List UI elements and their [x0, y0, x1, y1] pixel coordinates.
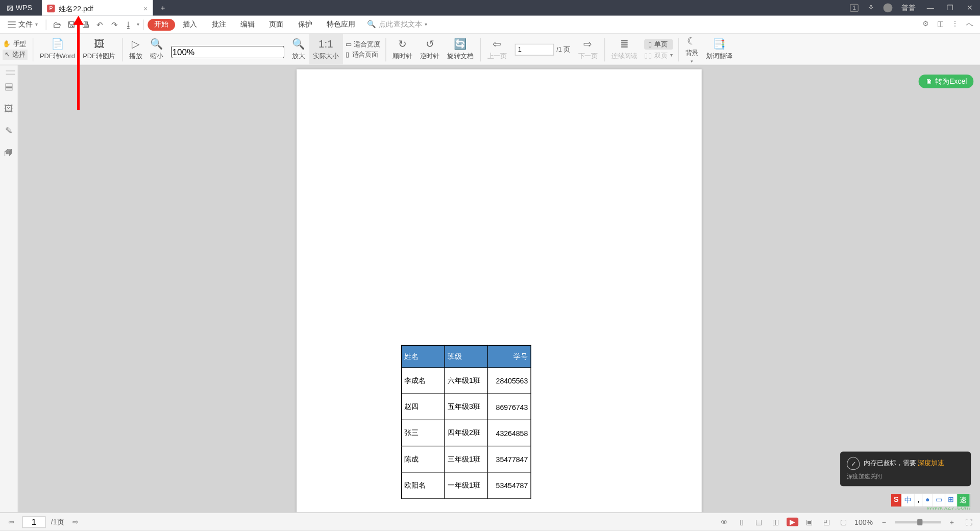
page-indicator: /1 页	[511, 34, 574, 65]
close-window-icon[interactable]: ✕	[964, 4, 974, 12]
rotate-cw[interactable]: ↻顺时针	[388, 34, 416, 65]
file-tab[interactable]: P 姓名22.pdf ×	[42, 0, 153, 16]
zoom-in-button[interactable]: 🔍放大	[288, 34, 309, 65]
shield-icon: ✓	[847, 457, 860, 470]
memory-notification[interactable]: ✓ 内存已超标，需要 深度加速 深度加速关闭	[840, 451, 971, 486]
ime-grid-icon[interactable]: ⊞	[945, 494, 957, 506]
sb-zoom-in-icon[interactable]: +	[946, 518, 958, 525]
ime-speed[interactable]: 速	[957, 494, 970, 506]
zoom-select[interactable]	[167, 34, 288, 65]
sb-fit3-icon[interactable]: ▢	[838, 518, 849, 526]
zoom-out-button[interactable]: 🔍缩小	[146, 34, 167, 65]
sb-next-icon[interactable]: ⇨	[69, 518, 81, 526]
sb-prev-icon[interactable]: ⇦	[5, 518, 17, 526]
app-tab[interactable]: ▨ WPS	[0, 0, 42, 16]
sb-zoom-out-icon[interactable]: −	[878, 518, 890, 525]
ime-keyboard-icon[interactable]: ▭	[933, 494, 945, 506]
translate-button[interactable]: 📑划词翻译	[702, 34, 737, 65]
undo-icon[interactable]: ↶	[93, 20, 107, 29]
search-box[interactable]: 🔍 点此查找文本 ▾	[367, 19, 427, 29]
qat-caret-icon[interactable]: ▾	[137, 21, 139, 28]
file-label: 文件	[18, 19, 33, 29]
file-menu[interactable]: 文件 ▾	[4, 19, 42, 29]
tab-protect[interactable]: 保护	[291, 16, 319, 34]
maximize-icon[interactable]: ❐	[945, 4, 955, 12]
rotate-doc[interactable]: 🔄旋转文档	[444, 34, 478, 65]
ribbon: ✋手型 ↖选择 📄PDF转Word 🖼PDF转图片 ▷播放 🔍缩小 🔍放大 1:…	[0, 34, 980, 65]
sb-fit2-icon[interactable]: ◰	[821, 518, 832, 526]
tab-annotate[interactable]: 批注	[205, 16, 233, 34]
excel-icon: 🗎	[925, 78, 933, 85]
bookmark-icon[interactable]: ✎	[5, 126, 13, 136]
status-bar: ⇦ /1页 ⇨ 👁 ▯ ▤ ◫ ▶ ▣ ◰ ▢ 100% − + ⛶	[0, 513, 980, 531]
gift-icon[interactable]: ⚘	[868, 4, 874, 12]
pdf-to-word[interactable]: 📄PDF转Word	[36, 34, 79, 65]
notif-highlight: 深度加速	[918, 460, 944, 467]
menu-bar: 文件 ▾ 🗁 🖫 🖶 ↶ ↷ ⭳ ▾ 开始 插入 批注 编辑 页面 保护 特色应…	[0, 16, 980, 34]
workspace: 姓名 班级 学号 李成名六年级1班28405563 赵四五年级3班8697674…	[18, 65, 980, 513]
play-button[interactable]: ▷播放	[125, 34, 146, 65]
minimize-icon[interactable]: —	[925, 4, 935, 12]
single-page[interactable]: ▯单页	[644, 39, 673, 49]
hand-tool[interactable]: ✋手型	[3, 39, 28, 48]
sb-fit1-icon[interactable]: ▣	[803, 518, 815, 526]
tab-page[interactable]: 页面	[263, 16, 290, 34]
ime-mic-icon[interactable]: ●	[923, 494, 933, 506]
convert-excel-button[interactable]: 🗎 转为Excel	[919, 75, 973, 88]
ime-toolbar[interactable]: S 中 , ● ▭ ⊞ 速	[891, 493, 971, 507]
prev-page[interactable]: ⇦上一页	[483, 34, 511, 65]
next-page[interactable]: ⇨下一页	[574, 34, 602, 65]
wps-logo-icon: ▨	[7, 4, 13, 12]
tab-start[interactable]: 开始	[148, 18, 175, 30]
sb-page-input[interactable]	[22, 516, 46, 528]
sidebar-handle-icon[interactable]	[6, 70, 15, 75]
sb-fullscreen-icon[interactable]: ⛶	[963, 518, 975, 525]
document-page: 姓名 班级 学号 李成名六年级1班28405563 赵四五年级3班8697674…	[297, 69, 702, 513]
sb-view2-icon[interactable]: ▤	[752, 518, 764, 526]
more-icon[interactable]: ⋮	[951, 19, 959, 29]
page-total: /1 页	[556, 45, 570, 54]
rotate-ccw[interactable]: ↺逆时针	[416, 34, 444, 65]
sb-view1-icon[interactable]: ▯	[736, 518, 747, 526]
table-row: 陈成三年级1班35477847	[402, 446, 531, 472]
background-button[interactable]: ☾背景▾	[681, 34, 702, 65]
page-input[interactable]	[514, 43, 554, 55]
collapse-ribbon-icon[interactable]: へ	[966, 19, 973, 29]
zoom-slider[interactable]	[895, 521, 941, 523]
tab-special[interactable]: 特色应用	[320, 16, 362, 34]
page-layout-group: ▯单页 ▯▯双页▾	[642, 34, 676, 65]
continuous-read[interactable]: ≣连续阅读	[607, 34, 642, 65]
ime-lang[interactable]: 中	[902, 494, 915, 506]
open-icon[interactable]: 🗁	[51, 20, 64, 29]
skin-icon[interactable]: ◫	[937, 19, 944, 29]
annotation-arrow	[77, 22, 80, 110]
search-placeholder: 点此查找文本	[379, 19, 422, 29]
add-tab-button[interactable]: ＋	[153, 0, 173, 16]
fit-page[interactable]: ▯适合页面	[346, 50, 380, 59]
ime-s-icon[interactable]: S	[891, 494, 902, 506]
settings-icon[interactable]: ⚙	[922, 19, 929, 29]
close-tab-icon[interactable]: ×	[143, 5, 148, 12]
sb-play-icon[interactable]: ▶	[787, 518, 798, 526]
user-name[interactable]: 普普	[901, 3, 916, 13]
fit-width[interactable]: ▭适合宽度	[346, 39, 380, 49]
avatar-icon[interactable]	[884, 3, 893, 12]
thumbnails-icon[interactable]: ▤	[5, 81, 13, 91]
sb-view3-icon[interactable]: ◫	[770, 518, 781, 526]
double-page[interactable]: ▯▯双页▾	[644, 51, 673, 60]
sb-eye-icon[interactable]: 👁	[719, 518, 730, 525]
ime-punct[interactable]: ,	[915, 494, 922, 506]
left-sidebar: ▤ 🖼 ✎ 🗊	[0, 65, 18, 513]
search-caret-icon: ▾	[425, 21, 427, 28]
actual-size-button[interactable]: 1:1实际大小	[309, 34, 343, 65]
redo-icon[interactable]: ↷	[108, 20, 121, 29]
pdf-to-image[interactable]: 🖼PDF转图片	[79, 34, 119, 65]
image-icon[interactable]: 🖼	[4, 103, 13, 113]
attachment-icon[interactable]: 🗊	[4, 148, 13, 158]
export-icon[interactable]: ⭳	[122, 20, 135, 29]
tab-edit[interactable]: 编辑	[234, 16, 261, 34]
th-name: 姓名	[402, 345, 445, 368]
notif-badge[interactable]: 1	[850, 4, 859, 12]
select-tool[interactable]: ↖选择	[3, 50, 28, 60]
tab-insert[interactable]: 插入	[177, 16, 204, 34]
